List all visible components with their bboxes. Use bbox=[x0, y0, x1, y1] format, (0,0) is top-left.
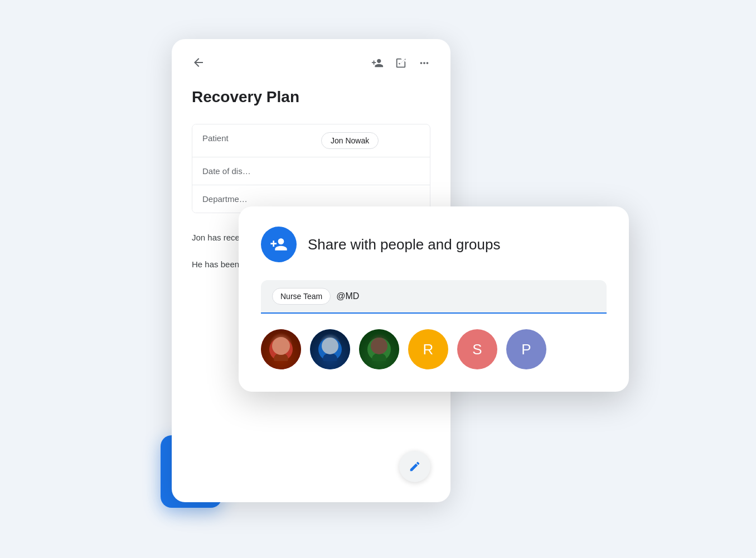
add-person-icon[interactable] bbox=[371, 57, 384, 72]
date-value bbox=[312, 157, 430, 185]
svg-point-4 bbox=[326, 343, 334, 351]
share-dialog-title: Share with people and groups bbox=[308, 236, 500, 253]
share-input-area[interactable]: Nurse Team bbox=[261, 280, 607, 314]
patient-value: Jon Nowak bbox=[312, 124, 430, 157]
avatar-person-3[interactable] bbox=[359, 329, 399, 369]
toolbar-right bbox=[371, 57, 430, 72]
date-row: Date of dis… bbox=[192, 157, 430, 185]
more-options-icon[interactable] bbox=[418, 57, 430, 72]
patient-chip: Jon Nowak bbox=[321, 132, 379, 149]
patient-label: Patient bbox=[192, 124, 312, 157]
notes-icon[interactable] bbox=[395, 57, 407, 72]
avatar-r[interactable]: R bbox=[408, 329, 448, 369]
patient-row: Patient Jon Nowak bbox=[192, 124, 430, 157]
svg-point-7 bbox=[375, 343, 383, 351]
share-header: Share with people and groups bbox=[261, 227, 607, 262]
avatar-person-2[interactable] bbox=[310, 329, 350, 369]
card-toolbar bbox=[192, 56, 430, 73]
share-search-input[interactable] bbox=[336, 291, 595, 301]
avatar-row: R S P bbox=[261, 329, 607, 369]
avatar-person-1[interactable] bbox=[261, 329, 301, 369]
card-title: Recovery Plan bbox=[192, 88, 430, 106]
avatar-p[interactable]: P bbox=[506, 329, 546, 369]
info-table: Patient Jon Nowak Date of dis… Departme… bbox=[192, 124, 430, 213]
scene: Recovery Plan Patient Jon Nowak Date of … bbox=[127, 39, 629, 519]
svg-point-1 bbox=[277, 342, 285, 351]
date-label: Date of dis… bbox=[192, 157, 312, 185]
avatar-s[interactable]: S bbox=[457, 329, 497, 369]
edit-fab-button[interactable] bbox=[399, 451, 430, 482]
nurse-team-chip: Nurse Team bbox=[272, 288, 331, 305]
back-button[interactable] bbox=[192, 56, 205, 73]
share-icon-circle bbox=[261, 227, 297, 262]
share-dialog: Share with people and groups Nurse Team bbox=[239, 206, 629, 392]
